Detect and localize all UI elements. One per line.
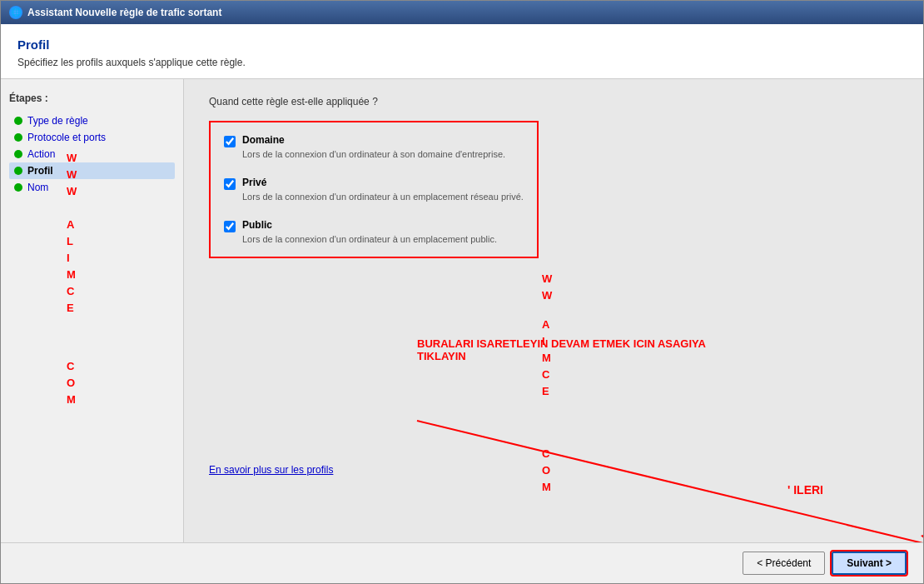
checkbox-domaine[interactable] bbox=[224, 136, 236, 147]
step-dot-nom bbox=[14, 183, 22, 192]
checkbox-desc-domaine: Lors de la connexion d'un ordinateur à s… bbox=[242, 149, 505, 159]
next-button[interactable]: Suivant > bbox=[832, 552, 907, 575]
sidebar-item-action[interactable]: Action bbox=[9, 146, 175, 162]
checkbox-label-prive: Privé bbox=[242, 177, 524, 188]
sidebar-link-action[interactable]: Action bbox=[27, 148, 55, 160]
checkbox-desc-prive: Lors de la connexion d'un ordinateur à u… bbox=[242, 192, 524, 202]
app-icon: 🌐 bbox=[9, 6, 22, 19]
svg-marker-1 bbox=[921, 533, 923, 542]
watermark-com-mid: COM bbox=[542, 446, 551, 496]
question-text: Quand cette règle est-elle appliquée ? bbox=[209, 96, 898, 107]
sidebar-link-nom[interactable]: Nom bbox=[27, 182, 48, 193]
watermark-www-left: WWW bbox=[67, 150, 77, 200]
footer: < Précédent Suivant > bbox=[1, 542, 923, 583]
svg-line-0 bbox=[417, 421, 923, 542]
sidebar-item-protocole[interactable]: Protocole et ports bbox=[9, 129, 175, 146]
main-window: 🌐 Assistant Nouvelle règle de trafic sor… bbox=[0, 0, 924, 584]
content-area: Quand cette règle est-elle appliquée ? D… bbox=[184, 79, 923, 542]
step-dot-action bbox=[14, 150, 22, 158]
annotation-ileri: ' ILERI bbox=[787, 483, 823, 497]
sidebar-label: Étapes : bbox=[9, 92, 175, 104]
checkbox-public[interactable] bbox=[224, 221, 236, 232]
step-dot-profil bbox=[14, 167, 22, 175]
checkbox-prive[interactable] bbox=[224, 178, 236, 190]
prev-button[interactable]: < Précédent bbox=[743, 552, 825, 575]
watermark-ww-mid: WW bbox=[542, 271, 552, 304]
step-dot-type bbox=[14, 117, 22, 125]
title-bar: 🌐 Assistant Nouvelle règle de trafic sor… bbox=[1, 1, 923, 24]
window-title: Assistant Nouvelle règle de trafic sorta… bbox=[27, 7, 221, 18]
watermark-alimce-mid: AIMCE bbox=[542, 317, 551, 400]
sidebar-link-protocole[interactable]: Protocole et ports bbox=[27, 132, 106, 143]
checkbox-item-prive: Privé Lors de la connexion d'un ordinate… bbox=[214, 168, 534, 211]
learn-more-link[interactable]: En savoir plus sur les profils bbox=[209, 464, 333, 476]
watermark-alimce-left: ALIMCE bbox=[67, 217, 76, 317]
sidebar-label-profil: Profil bbox=[27, 165, 53, 177]
checkbox-text-public: Public Lors de la connexion d'un ordinat… bbox=[242, 219, 497, 245]
page-title: Profil bbox=[17, 37, 907, 52]
step-dot-protocole bbox=[14, 133, 22, 142]
annotation-buralari: BURALARI ISARETLEYIN DEVAM ETMEK ICIN AS… bbox=[417, 337, 706, 362]
checkbox-text-domaine: Domaine Lors de la connexion d'un ordina… bbox=[242, 134, 505, 160]
checkbox-wrapper: Domaine Lors de la connexion d'un ordina… bbox=[209, 121, 539, 258]
checkbox-label-domaine: Domaine bbox=[242, 134, 505, 146]
checkbox-item-public: Public Lors de la connexion d'un ordinat… bbox=[214, 211, 534, 253]
page-description: Spécifiez les profils auxquels s'appliqu… bbox=[17, 57, 907, 68]
sidebar: Étapes : Type de règle Protocole et port… bbox=[1, 79, 184, 542]
checkbox-desc-public: Lors de la connexion d'un ordinateur à u… bbox=[242, 234, 497, 244]
checkbox-item-domaine: Domaine Lors de la connexion d'un ordina… bbox=[214, 126, 534, 168]
main-content: Étapes : Type de règle Protocole et port… bbox=[1, 79, 923, 542]
sidebar-link-type[interactable]: Type de règle bbox=[27, 115, 88, 127]
watermark-com-left: COM bbox=[67, 358, 76, 408]
sidebar-item-nom[interactable]: Nom bbox=[9, 179, 175, 196]
sidebar-item-type[interactable]: Type de règle bbox=[9, 112, 175, 129]
sidebar-item-profil[interactable]: Profil bbox=[9, 162, 175, 179]
checkbox-label-public: Public bbox=[242, 219, 497, 231]
header-section: Profil Spécifiez les profils auxquels s'… bbox=[1, 24, 923, 79]
checkbox-text-prive: Privé Lors de la connexion d'un ordinate… bbox=[242, 177, 524, 202]
